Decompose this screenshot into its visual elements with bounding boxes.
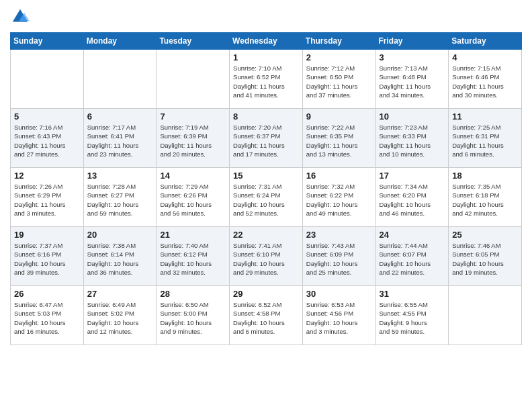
day-number: 19: [14, 230, 80, 240]
day-header-friday: Friday: [375, 33, 449, 50]
day-number: 2: [306, 52, 372, 62]
cell-info: Sunrise: 7:40 AM Sunset: 6:12 PM Dayligh…: [160, 241, 226, 277]
cell-info: Sunrise: 7:44 AM Sunset: 6:07 PM Dayligh…: [380, 241, 445, 277]
cell-info: Sunrise: 7:17 AM Sunset: 6:41 PM Dayligh…: [87, 123, 153, 158]
day-number: 20: [87, 230, 153, 240]
day-number: 17: [380, 171, 445, 181]
calendar-cell: 11Sunrise: 7:25 AM Sunset: 6:31 PM Dayli…: [449, 109, 522, 168]
logo: [10, 7, 33, 27]
page-header: [10, 7, 522, 27]
calendar-cell: [157, 50, 230, 109]
day-number: 14: [160, 171, 226, 181]
cell-info: Sunrise: 7:31 AM Sunset: 6:24 PM Dayligh…: [233, 182, 299, 218]
calendar-cell: 4Sunrise: 7:15 AM Sunset: 6:46 PM Daylig…: [449, 50, 522, 109]
calendar-week-row: 5Sunrise: 7:16 AM Sunset: 6:43 PM Daylig…: [11, 109, 522, 168]
calendar-cell: [449, 286, 522, 345]
cell-info: Sunrise: 7:13 AM Sunset: 6:48 PM Dayligh…: [380, 64, 445, 99]
day-number: 23: [306, 230, 372, 240]
calendar-cell: 23Sunrise: 7:43 AM Sunset: 6:09 PM Dayli…: [302, 227, 375, 286]
calendar-week-row: 1Sunrise: 7:10 AM Sunset: 6:52 PM Daylig…: [11, 50, 522, 109]
day-number: 31: [380, 289, 445, 299]
day-number: 10: [380, 111, 445, 122]
cell-info: Sunrise: 6:50 AM Sunset: 5:00 PM Dayligh…: [160, 300, 226, 336]
day-header-thursday: Thursday: [302, 33, 375, 50]
calendar-week-row: 26Sunrise: 6:47 AM Sunset: 5:03 PM Dayli…: [11, 286, 522, 345]
calendar-cell: 7Sunrise: 7:19 AM Sunset: 6:39 PM Daylig…: [157, 109, 230, 168]
day-number: 27: [87, 289, 153, 299]
calendar-cell: 14Sunrise: 7:29 AM Sunset: 6:26 PM Dayli…: [157, 168, 230, 227]
cell-info: Sunrise: 6:52 AM Sunset: 4:58 PM Dayligh…: [233, 300, 299, 336]
calendar-cell: 18Sunrise: 7:35 AM Sunset: 6:18 PM Dayli…: [449, 168, 522, 227]
day-number: 15: [233, 171, 299, 181]
cell-info: Sunrise: 7:26 AM Sunset: 6:29 PM Dayligh…: [14, 182, 80, 218]
calendar-cell: 27Sunrise: 6:49 AM Sunset: 5:02 PM Dayli…: [83, 286, 157, 345]
cell-info: Sunrise: 7:19 AM Sunset: 6:39 PM Dayligh…: [160, 123, 226, 158]
calendar-cell: 30Sunrise: 6:53 AM Sunset: 4:56 PM Dayli…: [302, 286, 375, 345]
day-number: 25: [452, 230, 518, 240]
cell-info: Sunrise: 7:43 AM Sunset: 6:09 PM Dayligh…: [306, 241, 372, 277]
day-number: 6: [87, 111, 153, 122]
cell-info: Sunrise: 7:41 AM Sunset: 6:10 PM Dayligh…: [233, 241, 299, 277]
cell-info: Sunrise: 7:46 AM Sunset: 6:05 PM Dayligh…: [452, 241, 518, 277]
cell-info: Sunrise: 6:53 AM Sunset: 4:56 PM Dayligh…: [306, 300, 372, 336]
calendar-cell: 29Sunrise: 6:52 AM Sunset: 4:58 PM Dayli…: [230, 286, 303, 345]
calendar-cell: 15Sunrise: 7:31 AM Sunset: 6:24 PM Dayli…: [230, 168, 303, 227]
day-number: 7: [160, 111, 226, 122]
day-number: 12: [14, 171, 80, 181]
day-number: 3: [380, 52, 445, 62]
day-number: 29: [233, 289, 299, 299]
calendar-cell: 17Sunrise: 7:34 AM Sunset: 6:20 PM Dayli…: [375, 168, 449, 227]
calendar-cell: 2Sunrise: 7:12 AM Sunset: 6:50 PM Daylig…: [302, 50, 375, 109]
day-number: 5: [14, 111, 80, 122]
day-header-tuesday: Tuesday: [157, 33, 230, 50]
cell-info: Sunrise: 6:49 AM Sunset: 5:02 PM Dayligh…: [87, 300, 153, 336]
calendar-cell: 12Sunrise: 7:26 AM Sunset: 6:29 PM Dayli…: [11, 168, 84, 227]
day-number: 26: [14, 289, 80, 299]
calendar-cell: 25Sunrise: 7:46 AM Sunset: 6:05 PM Dayli…: [449, 227, 522, 286]
day-number: 1: [233, 52, 299, 62]
calendar-cell: 6Sunrise: 7:17 AM Sunset: 6:41 PM Daylig…: [83, 109, 157, 168]
day-number: 24: [380, 230, 445, 240]
day-number: 11: [452, 111, 518, 122]
cell-info: Sunrise: 7:22 AM Sunset: 6:35 PM Dayligh…: [306, 123, 372, 158]
cell-info: Sunrise: 7:28 AM Sunset: 6:27 PM Dayligh…: [87, 182, 153, 218]
day-header-sunday: Sunday: [11, 33, 84, 50]
cell-info: Sunrise: 7:16 AM Sunset: 6:43 PM Dayligh…: [14, 123, 80, 158]
calendar-cell: 21Sunrise: 7:40 AM Sunset: 6:12 PM Dayli…: [157, 227, 230, 286]
calendar-week-row: 19Sunrise: 7:37 AM Sunset: 6:16 PM Dayli…: [11, 227, 522, 286]
cell-info: Sunrise: 7:25 AM Sunset: 6:31 PM Dayligh…: [452, 123, 518, 158]
cell-info: Sunrise: 7:38 AM Sunset: 6:14 PM Dayligh…: [87, 241, 153, 277]
calendar-cell: 5Sunrise: 7:16 AM Sunset: 6:43 PM Daylig…: [11, 109, 84, 168]
day-number: 30: [306, 289, 372, 299]
calendar-cell: 9Sunrise: 7:22 AM Sunset: 6:35 PM Daylig…: [302, 109, 375, 168]
cell-info: Sunrise: 7:15 AM Sunset: 6:46 PM Dayligh…: [452, 64, 518, 99]
day-number: 22: [233, 230, 299, 240]
day-number: 8: [233, 111, 299, 122]
calendar-cell: 24Sunrise: 7:44 AM Sunset: 6:07 PM Dayli…: [375, 227, 449, 286]
calendar-cell: 10Sunrise: 7:23 AM Sunset: 6:33 PM Dayli…: [375, 109, 449, 168]
day-number: 18: [452, 171, 518, 181]
calendar-week-row: 12Sunrise: 7:26 AM Sunset: 6:29 PM Dayli…: [11, 168, 522, 227]
calendar-cell: 1Sunrise: 7:10 AM Sunset: 6:52 PM Daylig…: [230, 50, 303, 109]
cell-info: Sunrise: 7:23 AM Sunset: 6:33 PM Dayligh…: [380, 123, 445, 158]
calendar-cell: 31Sunrise: 6:55 AM Sunset: 4:55 PM Dayli…: [375, 286, 449, 345]
day-header-monday: Monday: [83, 33, 157, 50]
cell-info: Sunrise: 7:37 AM Sunset: 6:16 PM Dayligh…: [14, 241, 80, 277]
calendar-cell: 20Sunrise: 7:38 AM Sunset: 6:14 PM Dayli…: [83, 227, 157, 286]
day-number: 21: [160, 230, 226, 240]
calendar-cell: 22Sunrise: 7:41 AM Sunset: 6:10 PM Dayli…: [230, 227, 303, 286]
calendar-table: SundayMondayTuesdayWednesdayThursdayFrid…: [10, 32, 522, 345]
calendar-cell: 13Sunrise: 7:28 AM Sunset: 6:27 PM Dayli…: [83, 168, 157, 227]
cell-info: Sunrise: 7:12 AM Sunset: 6:50 PM Dayligh…: [306, 64, 372, 99]
cell-info: Sunrise: 7:10 AM Sunset: 6:52 PM Dayligh…: [233, 64, 299, 99]
logo-icon: [10, 7, 30, 27]
day-number: 13: [87, 171, 153, 181]
day-number: 4: [452, 52, 518, 62]
calendar-cell: [83, 50, 157, 109]
cell-info: Sunrise: 6:55 AM Sunset: 4:55 PM Dayligh…: [380, 300, 445, 336]
cell-info: Sunrise: 7:29 AM Sunset: 6:26 PM Dayligh…: [160, 182, 226, 218]
calendar-header-row: SundayMondayTuesdayWednesdayThursdayFrid…: [11, 33, 522, 50]
cell-info: Sunrise: 6:47 AM Sunset: 5:03 PM Dayligh…: [14, 300, 80, 336]
day-header-saturday: Saturday: [449, 33, 522, 50]
cell-info: Sunrise: 7:20 AM Sunset: 6:37 PM Dayligh…: [233, 123, 299, 158]
